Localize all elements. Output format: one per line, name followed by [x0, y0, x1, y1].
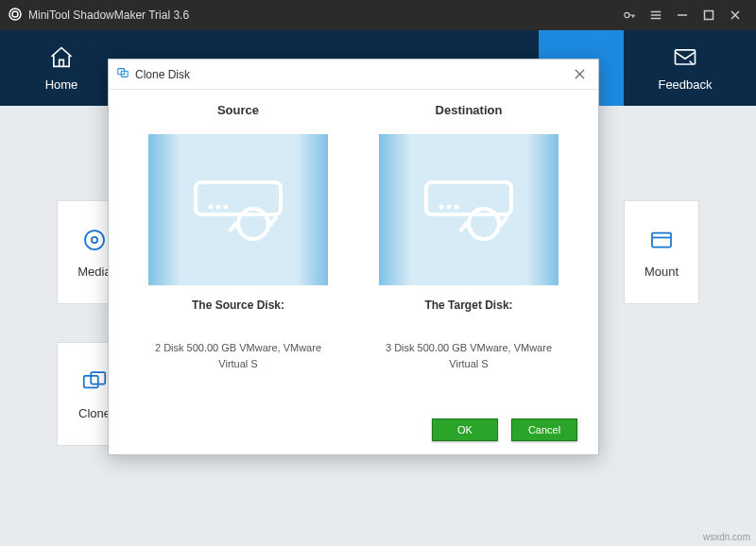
titlebar: MiniTool ShadowMaker Trial 3.6: [0, 0, 756, 30]
disk-sync-icon: [186, 165, 290, 254]
dialog-titlebar: Clone Disk: [109, 60, 598, 90]
svg-rect-6: [652, 233, 671, 247]
svg-rect-2: [705, 11, 713, 20]
clone-disk-dialog: Clone Disk Source: [108, 59, 599, 455]
svg-point-16: [439, 205, 444, 210]
clone-icon: [80, 367, 109, 399]
source-disk-tile[interactable]: [148, 134, 328, 285]
disk-sync-icon: [417, 165, 521, 254]
svg-point-14: [224, 205, 229, 210]
cancel-button[interactable]: Cancel: [511, 418, 577, 441]
destination-heading: Destination: [436, 103, 503, 117]
close-button[interactable]: [722, 2, 748, 28]
app-title: MiniTool ShadowMaker Trial 3.6: [28, 9, 189, 22]
source-disk-desc: 2 Disk 500.00 GB VMware, VMware Virtual …: [148, 340, 328, 371]
destination-disk-tile[interactable]: [379, 134, 558, 285]
svg-point-12: [209, 205, 214, 210]
dialog-body: Source The Source Disk: 2 Di: [109, 90, 598, 405]
svg-point-4: [85, 230, 104, 249]
svg-point-1: [625, 12, 629, 17]
svg-point-0: [9, 9, 21, 20]
svg-rect-3: [676, 50, 696, 64]
svg-rect-11: [196, 182, 281, 214]
card-clone-label: Clone: [78, 406, 111, 420]
media-icon: [80, 226, 109, 257]
target-disk-desc: 3 Disk 500.00 GB VMware, VMware Virtual …: [379, 340, 558, 371]
source-disk-label: The Source Disk:: [192, 299, 284, 312]
watermark: wsxdn.com: [703, 532, 750, 542]
key-icon[interactable]: [616, 2, 643, 28]
app-logo-area: MiniTool ShadowMaker Trial 3.6: [8, 7, 189, 25]
nav-feedback-label: Feedback: [658, 77, 712, 92]
mount-icon: [647, 226, 676, 257]
feedback-icon: [672, 44, 698, 74]
nav-feedback[interactable]: Feedback: [633, 30, 737, 106]
ok-button[interactable]: OK: [432, 418, 498, 441]
svg-point-17: [447, 205, 452, 210]
dialog-close-button[interactable]: [568, 63, 591, 86]
target-disk-label: The Target Disk:: [424, 299, 512, 312]
source-column: Source The Source Disk: 2 Di: [129, 103, 347, 405]
card-mount[interactable]: Mount: [624, 200, 699, 304]
nav-home[interactable]: Home: [9, 30, 113, 106]
dialog-icon: [116, 66, 129, 82]
destination-column: Destination The Target Disk:: [360, 103, 577, 405]
minimize-button[interactable]: [669, 2, 696, 28]
nav-home-label: Home: [45, 77, 78, 92]
menu-icon[interactable]: [643, 2, 669, 28]
dialog-footer: OK Cancel: [109, 405, 598, 454]
card-mount-label: Mount: [644, 264, 679, 279]
dialog-title: Clone Disk: [135, 68, 190, 81]
svg-rect-15: [426, 182, 511, 214]
app-window: MiniTool ShadowMaker Trial 3.6 Home: [0, 0, 756, 546]
svg-point-5: [92, 237, 97, 243]
home-icon: [48, 44, 75, 74]
svg-point-18: [455, 205, 459, 210]
card-media-label: Media: [77, 264, 111, 279]
maximize-button[interactable]: [696, 2, 722, 28]
source-heading: Source: [217, 103, 259, 117]
app-logo-icon: [8, 7, 23, 25]
svg-point-13: [216, 205, 221, 210]
